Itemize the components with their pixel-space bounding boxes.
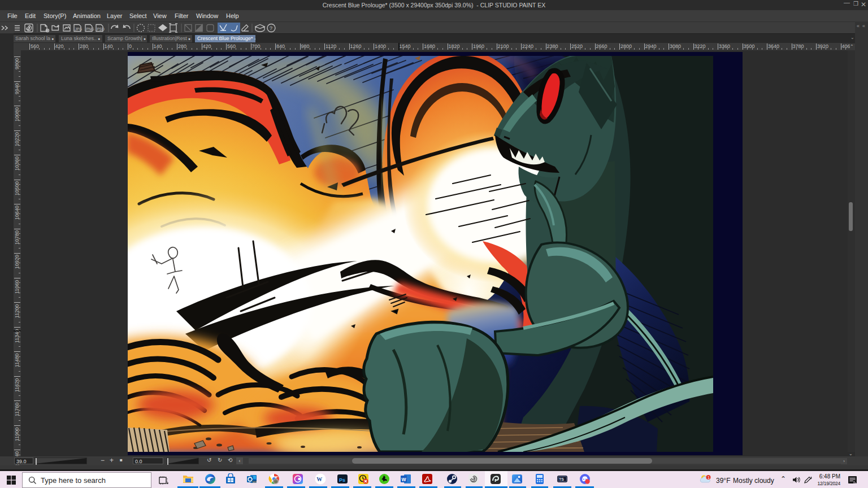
svg-text:JPG: JPG bbox=[75, 27, 83, 31]
svg-text:NEW: NEW bbox=[253, 481, 258, 483]
svg-text:PSD: PSD bbox=[97, 27, 105, 31]
svg-text:W: W bbox=[402, 477, 407, 482]
svg-text:?: ? bbox=[270, 25, 272, 31]
svg-text:W: W bbox=[316, 476, 322, 482]
svg-text:TS: TS bbox=[559, 477, 564, 481]
svg-text:1: 1 bbox=[708, 476, 710, 480]
svg-text:Ps: Ps bbox=[339, 477, 345, 483]
svg-text:PNG: PNG bbox=[86, 27, 94, 31]
